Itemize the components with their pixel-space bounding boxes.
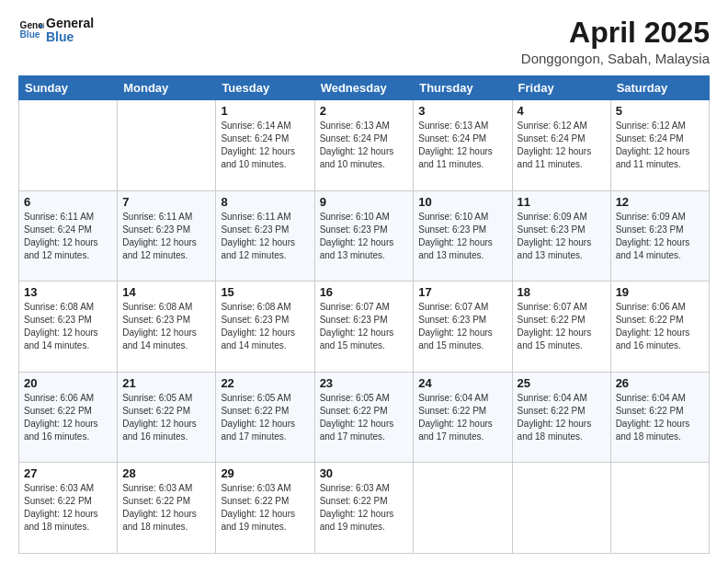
day-number: 7	[122, 195, 210, 209]
day-number: 13	[24, 285, 112, 299]
day-info: Sunrise: 6:10 AM Sunset: 6:23 PM Dayligh…	[418, 211, 506, 262]
calendar-cell: 28Sunrise: 6:03 AM Sunset: 6:22 PM Dayli…	[118, 463, 216, 554]
day-info: Sunrise: 6:13 AM Sunset: 6:24 PM Dayligh…	[418, 120, 506, 171]
calendar-header-row: Sunday Monday Tuesday Wednesday Thursday…	[19, 76, 710, 100]
calendar-cell: 1Sunrise: 6:14 AM Sunset: 6:24 PM Daylig…	[216, 100, 314, 191]
day-info: Sunrise: 6:11 AM Sunset: 6:24 PM Dayligh…	[24, 211, 112, 262]
day-number: 20	[24, 376, 112, 390]
day-info: Sunrise: 6:05 AM Sunset: 6:22 PM Dayligh…	[122, 392, 210, 443]
calendar-week-1: 1Sunrise: 6:14 AM Sunset: 6:24 PM Daylig…	[19, 100, 710, 191]
day-number: 12	[616, 195, 704, 209]
calendar-cell: 13Sunrise: 6:08 AM Sunset: 6:23 PM Dayli…	[19, 282, 118, 373]
calendar-cell	[19, 100, 118, 191]
svg-text:Blue: Blue	[20, 29, 40, 40]
header-monday: Monday	[118, 76, 216, 100]
day-number: 27	[24, 466, 112, 480]
calendar-cell: 24Sunrise: 6:04 AM Sunset: 6:22 PM Dayli…	[414, 372, 512, 463]
calendar-cell: 21Sunrise: 6:05 AM Sunset: 6:22 PM Dayli…	[118, 372, 216, 463]
header-friday: Friday	[512, 76, 610, 100]
header-thursday: Thursday	[414, 76, 512, 100]
day-info: Sunrise: 6:13 AM Sunset: 6:24 PM Dayligh…	[320, 120, 409, 171]
calendar-week-3: 13Sunrise: 6:08 AM Sunset: 6:23 PM Dayli…	[19, 282, 710, 373]
day-info: Sunrise: 6:03 AM Sunset: 6:22 PM Dayligh…	[122, 482, 210, 534]
day-number: 17	[418, 285, 506, 299]
day-info: Sunrise: 6:05 AM Sunset: 6:22 PM Dayligh…	[320, 392, 409, 443]
header-saturday: Saturday	[610, 76, 709, 100]
day-info: Sunrise: 6:05 AM Sunset: 6:22 PM Dayligh…	[221, 392, 309, 443]
day-info: Sunrise: 6:12 AM Sunset: 6:24 PM Dayligh…	[518, 120, 606, 171]
day-number: 24	[418, 376, 506, 390]
calendar-cell	[414, 463, 512, 554]
calendar-cell	[512, 463, 610, 554]
calendar-cell: 2Sunrise: 6:13 AM Sunset: 6:24 PM Daylig…	[314, 100, 414, 191]
header-wednesday: Wednesday	[314, 76, 414, 100]
day-info: Sunrise: 6:07 AM Sunset: 6:23 PM Dayligh…	[418, 301, 506, 352]
subtitle: Donggongon, Sabah, Malaysia	[521, 51, 710, 66]
day-info: Sunrise: 6:07 AM Sunset: 6:23 PM Dayligh…	[320, 301, 409, 352]
calendar-cell: 6Sunrise: 6:11 AM Sunset: 6:24 PM Daylig…	[19, 190, 118, 282]
calendar-cell: 9Sunrise: 6:10 AM Sunset: 6:23 PM Daylig…	[314, 190, 414, 282]
day-number: 23	[320, 376, 409, 390]
day-info: Sunrise: 6:14 AM Sunset: 6:24 PM Dayligh…	[221, 120, 309, 171]
header-tuesday: Tuesday	[216, 76, 314, 100]
day-number: 2	[320, 104, 409, 118]
calendar-cell: 19Sunrise: 6:06 AM Sunset: 6:22 PM Dayli…	[610, 282, 709, 373]
calendar-cell: 15Sunrise: 6:08 AM Sunset: 6:23 PM Dayli…	[216, 282, 314, 373]
day-info: Sunrise: 6:09 AM Sunset: 6:23 PM Dayligh…	[518, 211, 606, 262]
day-info: Sunrise: 6:03 AM Sunset: 6:22 PM Dayligh…	[221, 482, 309, 534]
calendar-cell: 14Sunrise: 6:08 AM Sunset: 6:23 PM Dayli…	[118, 282, 216, 373]
logo: General Blue General Blue	[18, 17, 94, 45]
calendar-cell: 23Sunrise: 6:05 AM Sunset: 6:22 PM Dayli…	[314, 372, 414, 463]
day-number: 10	[418, 195, 506, 209]
calendar-cell: 22Sunrise: 6:05 AM Sunset: 6:22 PM Dayli…	[216, 372, 314, 463]
day-number: 1	[221, 104, 309, 118]
calendar-cell: 7Sunrise: 6:11 AM Sunset: 6:23 PM Daylig…	[118, 190, 216, 282]
day-number: 22	[221, 376, 309, 390]
day-number: 6	[24, 195, 112, 209]
day-info: Sunrise: 6:08 AM Sunset: 6:23 PM Dayligh…	[24, 301, 112, 352]
day-number: 4	[518, 104, 606, 118]
header: General Blue General Blue April 2025 Don…	[18, 17, 710, 66]
day-info: Sunrise: 6:03 AM Sunset: 6:22 PM Dayligh…	[24, 482, 112, 534]
day-number: 5	[616, 104, 704, 118]
day-number: 19	[616, 285, 704, 299]
calendar-cell: 29Sunrise: 6:03 AM Sunset: 6:22 PM Dayli…	[216, 463, 314, 554]
calendar-cell: 20Sunrise: 6:06 AM Sunset: 6:22 PM Dayli…	[19, 372, 118, 463]
logo-icon: General Blue	[18, 17, 44, 43]
day-number: 16	[320, 285, 409, 299]
day-info: Sunrise: 6:04 AM Sunset: 6:22 PM Dayligh…	[518, 392, 606, 443]
day-info: Sunrise: 6:03 AM Sunset: 6:22 PM Dayligh…	[320, 482, 409, 534]
calendar-week-5: 27Sunrise: 6:03 AM Sunset: 6:22 PM Dayli…	[19, 463, 710, 554]
calendar-cell: 12Sunrise: 6:09 AM Sunset: 6:23 PM Dayli…	[610, 190, 709, 282]
day-info: Sunrise: 6:10 AM Sunset: 6:23 PM Dayligh…	[320, 211, 409, 262]
day-info: Sunrise: 6:08 AM Sunset: 6:23 PM Dayligh…	[122, 301, 210, 352]
day-number: 29	[221, 466, 309, 480]
day-info: Sunrise: 6:06 AM Sunset: 6:22 PM Dayligh…	[616, 301, 704, 352]
calendar-cell: 17Sunrise: 6:07 AM Sunset: 6:23 PM Dayli…	[414, 282, 512, 373]
day-number: 11	[518, 195, 606, 209]
day-number: 3	[418, 104, 506, 118]
day-number: 21	[122, 376, 210, 390]
day-number: 26	[616, 376, 704, 390]
calendar-week-4: 20Sunrise: 6:06 AM Sunset: 6:22 PM Dayli…	[19, 372, 710, 463]
calendar-cell: 4Sunrise: 6:12 AM Sunset: 6:24 PM Daylig…	[512, 100, 610, 191]
calendar-cell	[610, 463, 709, 554]
day-info: Sunrise: 6:09 AM Sunset: 6:23 PM Dayligh…	[616, 211, 704, 262]
header-sunday: Sunday	[19, 76, 118, 100]
day-info: Sunrise: 6:11 AM Sunset: 6:23 PM Dayligh…	[221, 211, 309, 262]
calendar-cell: 27Sunrise: 6:03 AM Sunset: 6:22 PM Dayli…	[19, 463, 118, 554]
calendar-cell	[118, 100, 216, 191]
logo-general: General	[46, 17, 94, 30]
day-number: 14	[122, 285, 210, 299]
title-block: April 2025 Donggongon, Sabah, Malaysia	[521, 17, 710, 66]
calendar-cell: 10Sunrise: 6:10 AM Sunset: 6:23 PM Dayli…	[414, 190, 512, 282]
calendar-cell: 30Sunrise: 6:03 AM Sunset: 6:22 PM Dayli…	[314, 463, 414, 554]
logo-blue: Blue	[46, 30, 94, 44]
calendar-week-2: 6Sunrise: 6:11 AM Sunset: 6:24 PM Daylig…	[19, 190, 710, 282]
day-number: 15	[221, 285, 309, 299]
day-info: Sunrise: 6:07 AM Sunset: 6:22 PM Dayligh…	[518, 301, 606, 352]
day-info: Sunrise: 6:04 AM Sunset: 6:22 PM Dayligh…	[418, 392, 506, 443]
day-number: 8	[221, 195, 309, 209]
calendar-cell: 25Sunrise: 6:04 AM Sunset: 6:22 PM Dayli…	[512, 372, 610, 463]
day-info: Sunrise: 6:06 AM Sunset: 6:22 PM Dayligh…	[24, 392, 112, 443]
